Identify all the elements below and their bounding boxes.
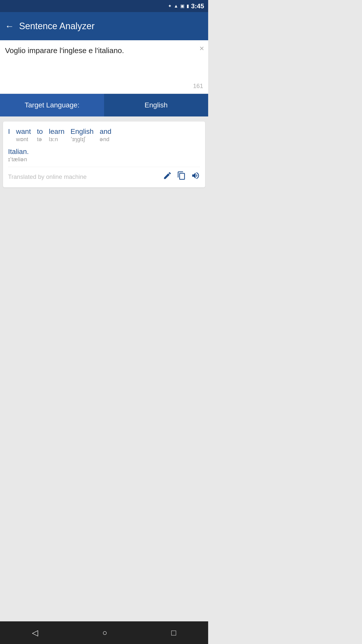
app-title: Sentence Analyzer	[19, 21, 95, 31]
target-language-label: Target Language:	[0, 94, 104, 116]
status-icons: ✦ ▲ ▣ ▮ 3:45	[168, 2, 204, 10]
word-main: I	[8, 128, 10, 136]
word-phonetic: wɒnt	[16, 136, 28, 143]
word-phonetic: ˈɪŋglɪʃ	[71, 136, 85, 143]
word-group-italian: Italian. ɪˈtæliən	[8, 148, 200, 163]
word-group-want: want wɒnt	[16, 128, 31, 143]
word-phonetic: lɜːn	[49, 136, 58, 143]
status-time: 3:45	[191, 2, 204, 10]
close-button[interactable]: ×	[199, 44, 204, 52]
word-main: want	[16, 128, 31, 136]
sim-icon: ▣	[180, 3, 185, 9]
input-text[interactable]: Voglio imparare l'inglese e l'italiano.	[5, 45, 203, 80]
word-phonetic: ənd	[100, 136, 109, 143]
action-icons	[163, 171, 200, 182]
char-count: 161	[5, 80, 203, 90]
status-bar: ✦ ▲ ▣ ▮ 3:45	[0, 0, 208, 12]
word-phonetic: tə	[37, 136, 42, 143]
translated-by-text: Translated by online machine	[8, 173, 87, 180]
copy-icon[interactable]	[177, 171, 186, 182]
battery-icon: ▮	[187, 3, 189, 9]
word-group-I: I	[8, 128, 10, 143]
translated-row: Translated by online machine	[8, 171, 200, 182]
app-bar: ← Sentence Analyzer	[0, 12, 208, 40]
word-main: learn	[49, 128, 64, 136]
word-main-large: Italian.	[8, 148, 200, 156]
word-main: and	[100, 128, 111, 136]
input-card: Voglio imparare l'inglese e l'italiano. …	[0, 40, 208, 94]
language-selector[interactable]: English	[104, 94, 208, 116]
word-main: English	[71, 128, 94, 136]
word-group-and: and ənd	[100, 128, 111, 143]
word-main: to	[37, 128, 43, 136]
word-group-to: to tə	[37, 128, 43, 143]
word-group-english: English ˈɪŋglɪʃ	[71, 128, 94, 143]
divider	[8, 167, 200, 167]
language-bar: Target Language: English	[0, 94, 208, 116]
signal-icon: ▲	[174, 4, 178, 9]
word-phonetic-large: ɪˈtæliən	[8, 156, 200, 163]
words-row: I want wɒnt to tə learn lɜːn English ˈɪŋ…	[8, 128, 200, 146]
bluetooth-icon: ✦	[168, 3, 172, 9]
edit-icon[interactable]	[163, 171, 172, 182]
back-button[interactable]: ←	[5, 22, 14, 31]
word-group-learn: learn lɜːn	[49, 128, 64, 143]
sound-icon[interactable]	[191, 171, 200, 182]
analysis-card: I want wɒnt to tə learn lɜːn English ˈɪŋ…	[3, 122, 205, 187]
main-content: Voglio imparare l'inglese e l'italiano. …	[0, 40, 208, 218]
